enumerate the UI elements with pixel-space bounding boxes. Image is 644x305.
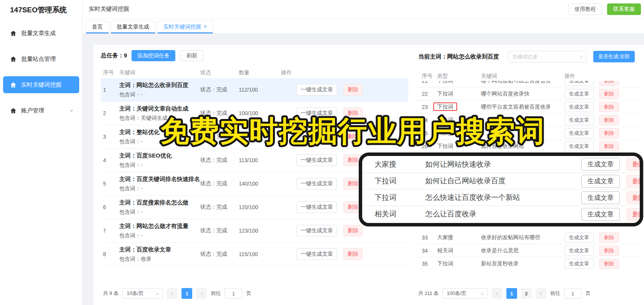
row-status: 状态：完成 (200, 110, 239, 117)
page-number[interactable]: 1 (506, 288, 517, 299)
current-keyword-label: 当前主词：网站怎么收录到百度 (418, 53, 499, 60)
goto-page-input[interactable] (564, 288, 582, 299)
sidebar-item-site-management[interactable]: 批量站点管理 (3, 50, 79, 67)
inset-keyword: 怎么让百度收录 (425, 209, 581, 219)
inset-row: 大家搜 如何让网站快速收录 生成文章 删除 (362, 156, 640, 173)
sidebar: 147SEO管理系统 批量文章生成 批量站点管理 实时关键词挖掘 账户管理 (0, 0, 83, 305)
table-row[interactable]: 3 主词：整站优化包含词：- 状态：完成 一键生成文章删除 (101, 125, 408, 149)
goto-page-input[interactable] (225, 288, 242, 299)
sidebar-item-account-management[interactable]: 账户管理 (3, 102, 79, 119)
page-size-select[interactable]: 100条/页 (443, 288, 488, 299)
goto-label: 前往 (211, 290, 221, 297)
sidebar-item-article-generation[interactable]: 批量文章生成 (3, 25, 79, 42)
contact-support-button[interactable]: 联系客服 (607, 3, 641, 15)
row-keyword: 主词：关键词文章自动生成包含词：关键词生成 (119, 105, 200, 122)
page-size-value: 100条/页 (447, 290, 466, 297)
generate-article-button[interactable]: 生成文章 (564, 115, 594, 125)
total-count: 共 9 条 (103, 290, 118, 297)
delete-button[interactable]: 删除 (599, 89, 619, 99)
total-tasks-label: 总任务：9 (101, 52, 127, 59)
page-size-value: 10条/页 (126, 290, 143, 297)
search-icon (580, 54, 583, 59)
row-count: 113/100 (239, 157, 281, 163)
sidebar-item-keyword-mining[interactable]: 实时关键词挖掘 (3, 76, 79, 93)
generate-article-button[interactable]: 一键生成文章 (296, 178, 337, 189)
table-row: 26下拉词 如何百度收录网站 生成文章删除 (416, 140, 642, 153)
tab-label: 首页 (92, 21, 103, 33)
generate-article-button[interactable]: 生成文章 (564, 141, 594, 151)
row-keyword: 主词：网站怎么做才有流量包含词：- (119, 222, 200, 239)
generate-article-button[interactable]: 生成文章 (564, 246, 594, 256)
generate-article-button[interactable]: 生成文章 (564, 89, 594, 99)
delete-button[interactable]: 删除 (343, 225, 363, 236)
generate-article-button[interactable]: 一键生成文章 (296, 131, 337, 142)
row-keyword: 主词：网站怎么收录到百度包含词：- (119, 81, 200, 98)
delete-button[interactable]: 删除 (343, 107, 363, 119)
tab-close-icon[interactable]: × (204, 21, 207, 33)
refresh-button[interactable]: 刷新 (180, 50, 204, 61)
generate-article-button[interactable]: 一键生成文章 (296, 154, 337, 166)
generate-article-button[interactable]: 一键生成文章 (296, 107, 337, 119)
home-icon (10, 56, 17, 62)
next-page-button[interactable] (196, 288, 207, 299)
generate-article-button[interactable]: 生成文章 (564, 259, 594, 269)
tutorial-button[interactable]: 使用教程 (568, 3, 602, 15)
keyword-filter-field[interactable] (508, 51, 586, 62)
row-index: 6 (103, 204, 119, 210)
delete-button[interactable]: 删除 (343, 248, 363, 260)
delete-button[interactable]: 删除 (599, 233, 619, 243)
table-row: 24下拉词 生成文章删除 (416, 114, 642, 127)
delete-button[interactable]: 删除 (599, 141, 619, 151)
generate-article-button[interactable]: 一键生成文章 (296, 201, 337, 213)
delete-button[interactable]: 删除 (599, 259, 619, 269)
delete-button[interactable]: 删除 (599, 81, 619, 86)
table-row[interactable]: 1 主词：网站怎么收录到百度包含词：- 状态：完成 112/100 一键生成文章… (101, 78, 408, 102)
add-task-button[interactable]: 添加挖词任务 (131, 50, 175, 61)
delete-button[interactable]: 删除 (599, 128, 619, 138)
table-row: 25大家搜 生成文章删除 (416, 127, 642, 140)
table-row: 33大家搜 收录好的发帖网站有哪些 生成文章删除 (416, 231, 642, 244)
inset-row: 下拉词 如何让自己网站收录百度 生成文章 删除 (362, 173, 640, 189)
page-suffix: 页 (246, 290, 251, 297)
page-suffix: 页 (586, 290, 591, 297)
keywords-pagination: 共 111 条 100条/页 1 2 前往 页 (418, 288, 591, 299)
keywords-table-header: 序号类型 关键词操作 (416, 72, 642, 81)
generate-article-button[interactable]: 生成文章 (564, 81, 594, 86)
table-row[interactable]: 8 主词：百度收录文章包含词：收录 状态：完成 115/100 一键生成文章删除 (101, 243, 408, 266)
delete-button[interactable]: 删除 (599, 115, 619, 125)
generate-article-button[interactable]: 一键生成文章 (296, 225, 337, 236)
generate-article-button[interactable]: 一键生成文章 (296, 84, 337, 96)
top-header: 实时关键词挖掘 使用教程 联系客服 (83, 0, 644, 18)
total-count: 共 111 条 (418, 290, 439, 297)
delete-button: 删除 (627, 175, 643, 188)
page-number[interactable]: 1 (181, 288, 192, 299)
table-row: 21下拉词 哪个网站发帖可以上百度首页 生成文章删除 (416, 81, 642, 87)
delete-button[interactable]: 删除 (343, 84, 363, 96)
row-index: 3 (103, 134, 119, 140)
keyword-filter-input[interactable] (512, 54, 580, 60)
generate-article-button[interactable]: 一键生成文章 (296, 248, 337, 260)
generate-filter-button[interactable]: 是否生成:全部 (593, 51, 635, 62)
prev-page-button[interactable] (167, 288, 178, 299)
generate-article-button[interactable]: 生成文章 (564, 128, 594, 138)
tab-article-generation[interactable]: 批量文章生成 (111, 21, 155, 34)
page-size-select[interactable]: 10条/页 (122, 288, 163, 299)
delete-button[interactable]: 删除 (599, 102, 619, 112)
chevron-left-icon (495, 292, 499, 296)
delete-button[interactable]: 删除 (343, 131, 363, 142)
generate-article-button[interactable]: 生成文章 (564, 102, 594, 112)
page-number[interactable]: 2 (521, 288, 532, 299)
tab-home[interactable]: 首页 (86, 21, 109, 34)
table-row[interactable]: 2 主词：关键词文章自动生成包含词：关键词生成 状态：完成 100/100 一键… (101, 102, 408, 125)
row-count: 123/100 (239, 228, 281, 234)
next-page-button[interactable] (536, 288, 546, 299)
generate-article-button[interactable]: 生成文章 (564, 233, 594, 243)
tab-keyword-mining[interactable]: 实时关键词挖掘 × (157, 21, 213, 34)
chevron-down-icon (480, 292, 484, 296)
sidebar-item-label: 实时关键词挖掘 (21, 81, 62, 89)
table-row: 22下拉词 哪个网站百度收录快 生成文章删除 (416, 87, 642, 101)
delete-button[interactable]: 删除 (599, 246, 619, 256)
row-count: 112/100 (239, 87, 281, 93)
chevron-down-icon (155, 292, 160, 296)
prev-page-button[interactable] (492, 288, 503, 299)
